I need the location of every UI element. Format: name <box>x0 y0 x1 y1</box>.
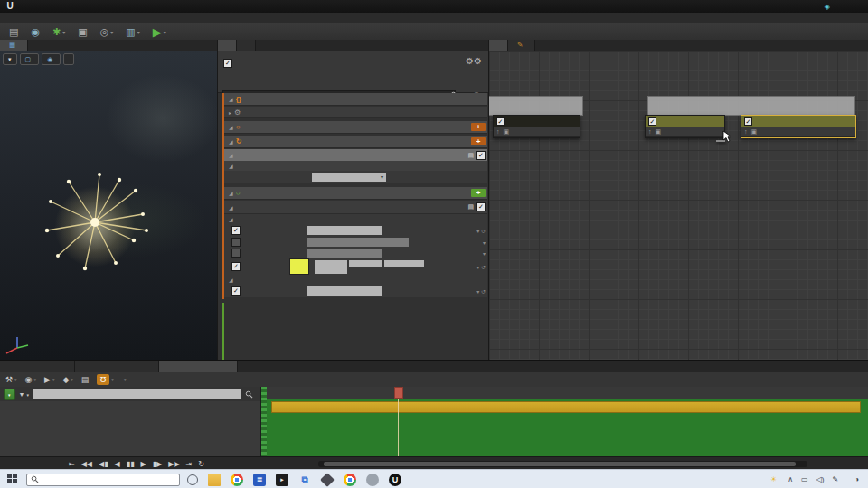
compile-button[interactable]: ✱▾ <box>52 26 65 38</box>
module-menu-icon[interactable]: ▤ <box>467 203 474 211</box>
scalability-mode-value[interactable]: ▾ <box>312 173 386 182</box>
add-module-button[interactable]: + <box>471 189 486 197</box>
node-enabled-checkbox[interactable]: ✓ <box>496 117 505 126</box>
thumbnail-icon[interactable]: ▣ <box>751 128 758 136</box>
prev-frame-button[interactable]: ◀▮ <box>99 460 108 468</box>
stack-emitter-properties[interactable]: ▸⚙ <box>224 107 487 118</box>
start-button[interactable] <box>7 474 19 485</box>
lifetime-value[interactable] <box>307 226 382 235</box>
module-enabled-checkbox[interactable]: ✓ <box>476 151 486 160</box>
color-a-value[interactable] <box>315 267 347 274</box>
tab-selection[interactable] <box>218 40 237 51</box>
stack-emitter-update[interactable]: ◢↻+ <box>224 136 487 148</box>
play-reverse-button[interactable]: ◀ <box>115 460 120 468</box>
tab-timeline[interactable] <box>159 361 238 372</box>
add-module-button[interactable]: + <box>471 123 486 131</box>
tab-curves[interactable] <box>0 361 75 372</box>
color-checkbox[interactable]: ✓ <box>231 262 241 271</box>
color-g-value[interactable] <box>349 260 382 267</box>
loop-button[interactable]: ↻ <box>198 460 204 468</box>
ribbon-width-value[interactable] <box>307 286 382 296</box>
lifetime-checkbox[interactable]: ✓ <box>231 226 241 235</box>
pause-button[interactable]: ▮▮ <box>127 460 135 468</box>
overview-graph-canvas[interactable]: ✓ ↑▣ ✓ ↑▣ ✓ ↑▣ <box>489 51 868 360</box>
save-button[interactable]: ▤ <box>9 26 18 38</box>
thumbnail-icon[interactable]: ▣ <box>504 128 510 136</box>
step-back-button[interactable]: ◀◀ <box>81 460 92 468</box>
taskbar-search-box[interactable] <box>26 474 180 486</box>
file-explorer-icon[interactable] <box>208 474 221 486</box>
comment-box-trail[interactable] <box>647 96 855 116</box>
tab-preview[interactable]: ▦ <box>0 40 28 51</box>
chrome-icon[interactable] <box>231 474 243 486</box>
stack-ribbon-width-row[interactable]: ✓ ▾ ↺ <box>224 285 487 297</box>
color-r-value[interactable] <box>315 260 347 267</box>
stack-initialize-ribbon[interactable]: ◢▤✓ <box>224 201 487 214</box>
app-icon[interactable] <box>320 473 335 487</box>
fps-selector[interactable]: ▾ <box>122 377 127 382</box>
step-forward-button[interactable]: ▶▶ <box>168 460 179 468</box>
timeline-scrollbar[interactable] <box>318 461 807 467</box>
thumbnail-button[interactable]: ▣ <box>78 26 87 38</box>
mass-checkbox[interactable] <box>231 249 241 258</box>
simulate-button[interactable]: ▶▾ <box>153 25 166 39</box>
volume-icon[interactable]: ◁) <box>816 475 825 483</box>
color-swatch[interactable] <box>289 258 309 275</box>
track-search-input[interactable] <box>33 389 241 399</box>
tab-system-overview[interactable] <box>489 40 508 51</box>
node-enabled-checkbox[interactable]: ✓ <box>648 117 656 126</box>
perspective-button[interactable]: ▢ <box>20 53 40 65</box>
stack-particle-spawn[interactable]: ◢○+ <box>224 187 487 200</box>
module-menu-icon[interactable]: ▤ <box>467 152 474 159</box>
document-app-icon[interactable]: ≣ <box>253 474 266 486</box>
unreal-engine-icon[interactable]: U <box>389 474 401 486</box>
timeline-track-area[interactable] <box>267 387 868 456</box>
camera-view-icon[interactable]: ◉▾ <box>25 375 36 384</box>
keyframe-options-icon[interactable]: ◆▾ <box>62 375 72 384</box>
stack-color-row[interactable]: ✓ ▾ ↺ <box>224 258 487 275</box>
stack-scalability-mode-row[interactable]: ▾ <box>224 171 487 183</box>
next-frame-button[interactable]: ▮▶ <box>153 460 163 468</box>
stack-settings-gear-icon[interactable]: ⚙⚙ <box>466 56 482 66</box>
stack-position-row[interactable]: ▾ <box>224 237 487 248</box>
comment-box[interactable] <box>489 96 583 116</box>
tray-expand-icon[interactable]: ∧ <box>788 475 793 483</box>
thumbnail-icon[interactable]: ▣ <box>656 128 662 136</box>
goto-start-button[interactable]: ⇤ <box>69 460 75 468</box>
ime-options-icon[interactable]: ◑ <box>854 475 859 483</box>
selected-track-bar[interactable] <box>271 401 861 413</box>
color-b-value[interactable] <box>384 260 424 267</box>
time-ruler[interactable] <box>267 387 868 399</box>
emitter-enabled-checkbox[interactable]: ✓ <box>223 59 232 68</box>
scrollbar-thumb[interactable] <box>324 462 796 466</box>
people-app-icon[interactable]: ⧉ <box>298 474 311 486</box>
ribbon-width-checkbox[interactable]: ✓ <box>231 286 241 296</box>
node-enabled-checkbox[interactable]: ✓ <box>744 117 752 126</box>
playhead-marker[interactable] <box>394 387 403 399</box>
stack-mass-row[interactable]: ▾ <box>224 248 487 258</box>
play-button[interactable]: ▶ <box>141 460 146 468</box>
sequencer-tools-icon[interactable]: ⚒▾ <box>5 375 17 384</box>
pen-icon[interactable]: ✎ <box>832 475 838 483</box>
module-enabled-checkbox[interactable]: ✓ <box>476 202 486 211</box>
stack-point-attributes-header[interactable]: ◢ <box>224 214 487 224</box>
emitter-node-child-trail-selected[interactable]: ✓ ↑▣ <box>741 115 856 138</box>
isolate-icon[interactable]: ↑ <box>496 128 500 135</box>
performance-button[interactable]: ▥▾ <box>126 26 139 38</box>
bounds-button[interactable]: ◎▾ <box>100 26 114 38</box>
position-checkbox[interactable] <box>231 238 241 247</box>
playback-options-icon[interactable]: ▶▾ <box>44 375 54 384</box>
cortana-icon[interactable] <box>187 474 198 485</box>
app-icon[interactable] <box>366 474 379 486</box>
layers-icon[interactable]: ▤ <box>81 375 90 384</box>
add-module-button[interactable]: + <box>471 137 486 145</box>
stack-scalability-header[interactable]: ◢ <box>224 161 487 171</box>
stack-ribbon-attributes-header[interactable]: ◢ <box>224 275 487 285</box>
snap-magnet-icon[interactable]: Ω▾ <box>97 374 114 385</box>
lit-button[interactable]: ◉ <box>42 53 61 65</box>
tab-niagara-log[interactable] <box>75 361 159 372</box>
chrome-icon[interactable] <box>344 474 356 486</box>
viewport-options-button[interactable]: ▾ <box>3 53 17 65</box>
tab-parameters[interactable] <box>237 40 256 51</box>
editor-mode-icon[interactable]: ◈ <box>825 3 830 11</box>
